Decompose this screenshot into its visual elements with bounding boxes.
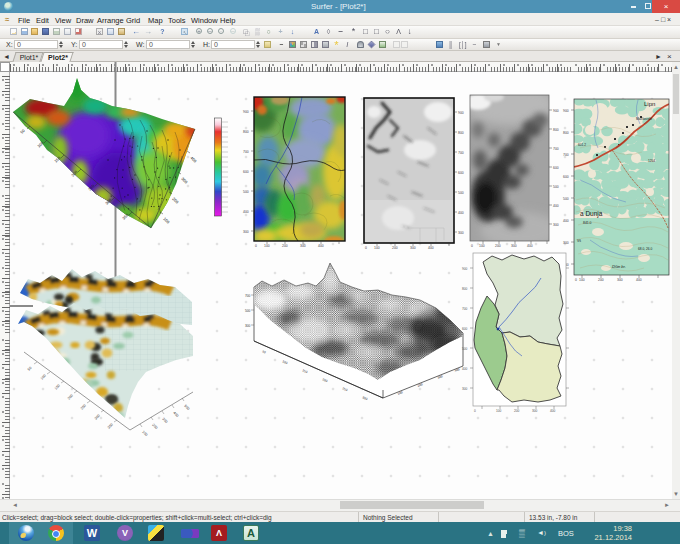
- svg-text:400: 400: [318, 244, 324, 248]
- svg-text:300: 300: [180, 176, 189, 185]
- svg-text:50: 50: [27, 366, 33, 372]
- svg-text:700: 700: [458, 151, 464, 155]
- svg-text:700: 700: [563, 153, 569, 157]
- svg-text:800: 800: [458, 131, 464, 135]
- svg-text:200: 200: [67, 394, 74, 401]
- svg-text:250: 250: [342, 386, 349, 392]
- svg-text:100: 100: [479, 244, 485, 248]
- svg-text:601.2: 601.2: [578, 143, 586, 147]
- svg-text:200: 200: [322, 377, 329, 383]
- svg-text:0: 0: [474, 409, 476, 413]
- svg-text:200: 200: [598, 278, 604, 282]
- svg-text:200: 200: [171, 196, 180, 205]
- svg-text:150: 150: [54, 384, 61, 391]
- svg-text:700: 700: [243, 150, 249, 154]
- svg-text:900: 900: [553, 109, 559, 113]
- svg-text:600: 600: [563, 175, 569, 179]
- svg-text:100: 100: [282, 359, 289, 365]
- svg-text:100: 100: [397, 390, 404, 396]
- svg-text:a Dunja: a Dunja: [580, 210, 603, 218]
- svg-text:400: 400: [636, 278, 642, 282]
- svg-text:300: 300: [437, 374, 444, 380]
- svg-text:841.0: 841.0: [583, 221, 592, 225]
- svg-text:600: 600: [243, 170, 249, 174]
- svg-text:800: 800: [243, 130, 249, 134]
- svg-text:50: 50: [262, 349, 267, 354]
- svg-text:100: 100: [579, 278, 585, 282]
- svg-text:300: 300: [458, 231, 464, 235]
- svg-text:350: 350: [107, 423, 114, 430]
- svg-text:100: 100: [162, 216, 171, 225]
- svg-text:150: 150: [302, 368, 309, 374]
- svg-text:300: 300: [553, 223, 559, 227]
- svg-text:300: 300: [94, 414, 101, 421]
- svg-text:300: 300: [617, 278, 623, 282]
- svg-text:400: 400: [550, 409, 556, 413]
- svg-text:200: 200: [495, 244, 501, 248]
- svg-text:Lipn: Lipn: [644, 101, 655, 107]
- svg-text:400: 400: [563, 219, 569, 223]
- svg-text:900: 900: [243, 110, 249, 114]
- svg-text:300: 300: [243, 230, 249, 234]
- svg-text:Mačkovski: Mačkovski: [636, 117, 652, 121]
- svg-text:100: 100: [40, 374, 47, 381]
- svg-text:100: 100: [264, 244, 270, 248]
- svg-text:500: 500: [563, 197, 569, 201]
- svg-text:400: 400: [527, 244, 533, 248]
- svg-text:500: 500: [462, 347, 468, 351]
- svg-text:700: 700: [462, 307, 468, 311]
- svg-text:300: 300: [161, 417, 168, 424]
- svg-text:300: 300: [245, 324, 251, 328]
- svg-text:100: 100: [374, 246, 380, 250]
- svg-text:700: 700: [245, 294, 251, 298]
- svg-text:1264: 1264: [648, 159, 655, 163]
- svg-text:0: 0: [575, 278, 577, 282]
- svg-text:50: 50: [19, 127, 26, 134]
- svg-text:800: 800: [563, 131, 569, 135]
- svg-text:300: 300: [362, 395, 369, 401]
- svg-text:200: 200: [151, 423, 158, 430]
- svg-text:0: 0: [255, 244, 257, 248]
- svg-text:600: 600: [553, 166, 559, 170]
- svg-text:900: 900: [563, 109, 569, 113]
- svg-text:800: 800: [462, 287, 468, 291]
- svg-text:0: 0: [365, 246, 367, 250]
- svg-text:500: 500: [183, 404, 190, 411]
- svg-text:300: 300: [511, 244, 517, 248]
- svg-text:500: 500: [243, 190, 249, 194]
- svg-text:600: 600: [462, 327, 468, 331]
- svg-text:600: 600: [458, 171, 464, 175]
- svg-text:200: 200: [514, 409, 520, 413]
- svg-text:200: 200: [417, 382, 424, 388]
- svg-text:400: 400: [553, 204, 559, 208]
- svg-text:0: 0: [471, 244, 473, 248]
- svg-text:400: 400: [428, 246, 434, 250]
- svg-text:900: 900: [458, 111, 464, 115]
- svg-text:200: 200: [282, 244, 288, 248]
- svg-text:400: 400: [458, 211, 464, 215]
- svg-text:100: 100: [496, 409, 502, 413]
- svg-text:300: 300: [300, 244, 306, 248]
- svg-text:300: 300: [410, 246, 416, 250]
- svg-text:700: 700: [553, 147, 559, 151]
- svg-text:400: 400: [462, 367, 468, 371]
- svg-text:100: 100: [141, 430, 148, 437]
- svg-text:900: 900: [462, 267, 468, 271]
- svg-text:Vš: Vš: [577, 239, 581, 243]
- svg-text:200: 200: [392, 246, 398, 250]
- svg-text:500: 500: [245, 309, 251, 313]
- svg-text:800: 800: [553, 128, 559, 132]
- svg-text:500: 500: [458, 191, 464, 195]
- svg-text:Dštn br.: Dštn br.: [612, 264, 626, 269]
- svg-text:500: 500: [553, 185, 559, 189]
- svg-text:300: 300: [563, 241, 569, 245]
- svg-text:400: 400: [454, 367, 461, 373]
- svg-text:68.0, 26.0: 68.0, 26.0: [638, 247, 652, 251]
- svg-text:300: 300: [532, 409, 538, 413]
- svg-text:400: 400: [243, 210, 249, 214]
- svg-text:400: 400: [172, 411, 179, 418]
- svg-text:250: 250: [80, 404, 87, 411]
- svg-text:300: 300: [462, 387, 468, 391]
- svg-text:400: 400: [189, 155, 198, 164]
